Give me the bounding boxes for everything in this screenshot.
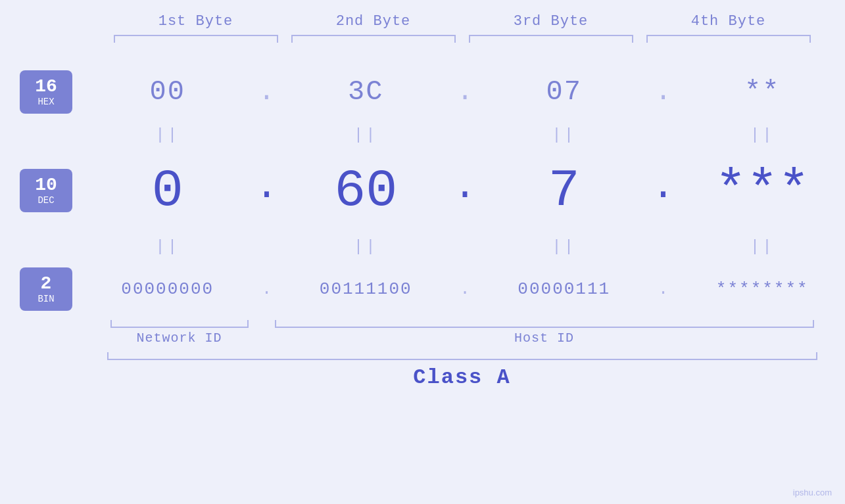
bin-label: 2 BIN: [20, 267, 72, 311]
bin-row: 00000000 . 00111100 . 00000111 .: [85, 260, 845, 319]
network-id-label: Network ID: [110, 331, 249, 346]
class-label: Class A: [413, 365, 510, 390]
host-id-label: Host ID: [275, 331, 814, 346]
bracket-4: [646, 35, 811, 43]
watermark: ipshu.com: [793, 488, 832, 497]
bin-b2: 00111100: [283, 279, 448, 299]
byte4-header: 4th Byte: [640, 13, 817, 30]
hex-dot-2: .: [448, 76, 481, 108]
hex-b4: **: [680, 76, 846, 108]
host-bracket: [275, 320, 814, 328]
bin-label-wrapper: 2 BIN: [20, 260, 85, 319]
byte-headers: 1st Byte 2nd Byte 3rd Byte 4th Byte: [107, 13, 817, 30]
dec-label: 10 DEC: [20, 169, 72, 213]
dec-b3: 7: [481, 161, 647, 221]
main-container: 1st Byte 2nd Byte 3rd Byte 4th Byte 16 H…: [0, 0, 845, 504]
sep1-b1: ||: [85, 126, 251, 144]
bottom-brackets: [107, 320, 817, 328]
hex-row: 00 . 3C . 07 . **: [85, 62, 845, 122]
dec-dot-2: .: [448, 164, 481, 217]
hex-dot-3: .: [647, 76, 680, 108]
dec-label-wrapper: 10 DEC: [20, 148, 85, 233]
dec-dot-3: .: [647, 164, 680, 217]
sep1-b4: ||: [680, 126, 846, 144]
sep-row-2: || || || ||: [85, 233, 845, 260]
hex-b2: 3C: [283, 76, 448, 108]
bin-b4: ********: [680, 279, 846, 299]
id-labels-row: Network ID Host ID: [107, 331, 817, 346]
full-bracket: [107, 352, 817, 360]
dec-dot-1: .: [250, 164, 283, 217]
top-brackets: [107, 35, 817, 43]
sep2-b2: ||: [283, 238, 448, 256]
bin-dot-2: .: [448, 279, 481, 299]
bracket-3: [469, 35, 633, 43]
content-area: 16 HEX 10 DEC 2 BIN: [0, 62, 845, 319]
bracket-2: [291, 35, 456, 43]
bin-dot-1: .: [250, 279, 283, 299]
hex-label: 16 HEX: [20, 70, 72, 114]
bin-dot-3: .: [647, 279, 680, 299]
hex-label-wrapper: 16 HEX: [20, 62, 85, 122]
hex-b1: 00: [85, 76, 251, 108]
sep1-b3: ||: [481, 126, 647, 144]
sep2-b4: ||: [680, 238, 846, 256]
hex-dot-1: .: [250, 76, 283, 108]
dec-row: 0 . 60 . 7 . ***: [85, 148, 845, 233]
bracket-1: [114, 35, 278, 43]
side-labels: 16 HEX 10 DEC 2 BIN: [0, 62, 85, 319]
byte3-header: 3rd Byte: [462, 13, 640, 30]
sep1-b2: ||: [283, 126, 448, 144]
dec-b4: ***: [680, 161, 846, 221]
class-label-row: Class A: [107, 365, 817, 390]
bin-b1: 00000000: [85, 279, 251, 299]
hex-b3: 07: [481, 76, 647, 108]
sep2-b3: ||: [481, 238, 647, 256]
dec-b2: 60: [283, 161, 448, 221]
sep2-b1: ||: [85, 238, 251, 256]
dec-b1: 0: [85, 161, 251, 221]
byte1-header: 1st Byte: [107, 13, 285, 30]
bin-b3: 00000111: [481, 279, 647, 299]
sep-row-1: || || || ||: [85, 122, 845, 148]
byte2-header: 2nd Byte: [285, 13, 462, 30]
rows-container: 00 . 3C . 07 . **: [85, 62, 845, 319]
network-bracket: [110, 320, 249, 328]
